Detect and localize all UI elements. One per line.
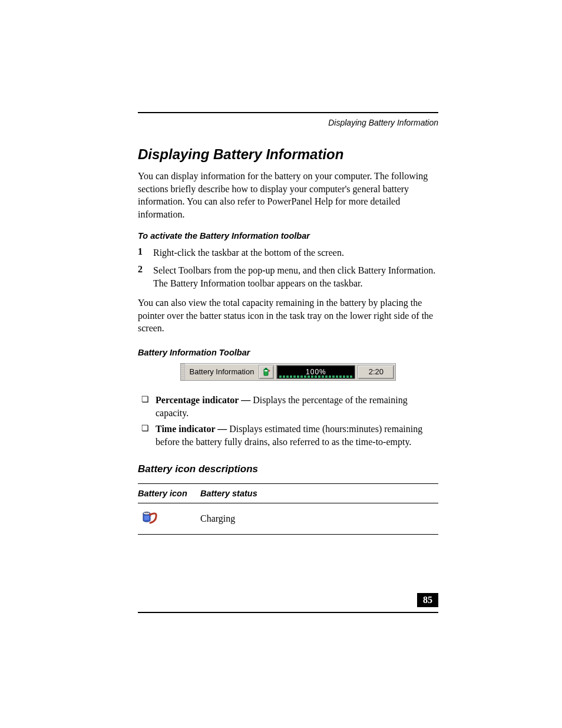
- page-number: 85: [417, 593, 438, 607]
- step-text: Select Toolbars from the pop-up menu, an…: [153, 264, 438, 289]
- document-page: Displaying Battery Information Displayin…: [0, 0, 562, 728]
- intro-paragraph: You can display information for the batt…: [138, 170, 438, 220]
- battery-icon-cell: [138, 503, 200, 535]
- step-text: Right-click the taskbar at the bottom of…: [153, 246, 344, 259]
- table-header-status: Battery status: [200, 484, 438, 503]
- bullet-text: Percentage indicator — Displays the perc…: [156, 394, 438, 419]
- percentage-value: 100%: [306, 368, 326, 376]
- bullet-item: ❏ Percentage indicator — Displays the pe…: [138, 394, 438, 419]
- bullet-term: Percentage indicator —: [156, 395, 253, 405]
- battery-info-toolbar: Battery Information 100% 2:20: [180, 363, 396, 381]
- bullet-marker: ❏: [141, 394, 156, 419]
- table-row: Charging: [138, 503, 438, 535]
- step-item: 1 Right-click the taskbar at the bottom …: [138, 246, 438, 259]
- battery-icon-table: Battery icon Battery status: [138, 483, 438, 535]
- svg-rect-1: [265, 368, 267, 369]
- table-header-row: Battery icon Battery status: [138, 484, 438, 503]
- svg-rect-2: [265, 370, 267, 371]
- content-area: Displaying Battery Information You can d…: [138, 146, 438, 535]
- running-header: Displaying Battery Information: [328, 118, 438, 127]
- svg-rect-0: [264, 369, 268, 375]
- bullet-item: ❏ Time indicator — Displays estimated ti…: [138, 423, 438, 448]
- icon-descriptions-heading: Battery icon descriptions: [138, 463, 438, 475]
- toolbar-grip: [181, 364, 185, 380]
- top-rule: [138, 112, 438, 113]
- battery-status-cell: Charging: [200, 503, 438, 535]
- step-item: 2 Select Toolbars from the pop-up menu, …: [138, 264, 438, 289]
- bullet-text: Time indicator — Displays estimated time…: [156, 423, 438, 448]
- bottom-rule: [138, 612, 438, 613]
- toolbar-figure: Battery Information 100% 2:20: [138, 363, 438, 381]
- battery-status-icon: [259, 365, 274, 379]
- svg-rect-4: [144, 516, 149, 520]
- percentage-indicator: 100%: [276, 365, 355, 379]
- svg-rect-6: [146, 512, 147, 513]
- step-number: 1: [138, 246, 153, 259]
- table-header-icon: Battery icon: [138, 484, 200, 503]
- bullet-marker: ❏: [141, 423, 156, 448]
- battery-charging-icon: [140, 509, 159, 526]
- time-indicator: 2:20: [358, 365, 394, 379]
- tip-paragraph: You can also view the total capacity rem…: [138, 297, 438, 335]
- figure-caption: Battery Information Toolbar: [138, 348, 438, 357]
- toolbar-label: Battery Information: [186, 364, 258, 380]
- svg-rect-7: [147, 512, 148, 513]
- time-value: 2:20: [369, 367, 384, 376]
- activate-heading: To activate the Battery Information tool…: [138, 231, 438, 241]
- step-number: 2: [138, 264, 153, 289]
- bullet-term: Time indicator —: [156, 424, 229, 434]
- page-title: Displaying Battery Information: [138, 146, 438, 163]
